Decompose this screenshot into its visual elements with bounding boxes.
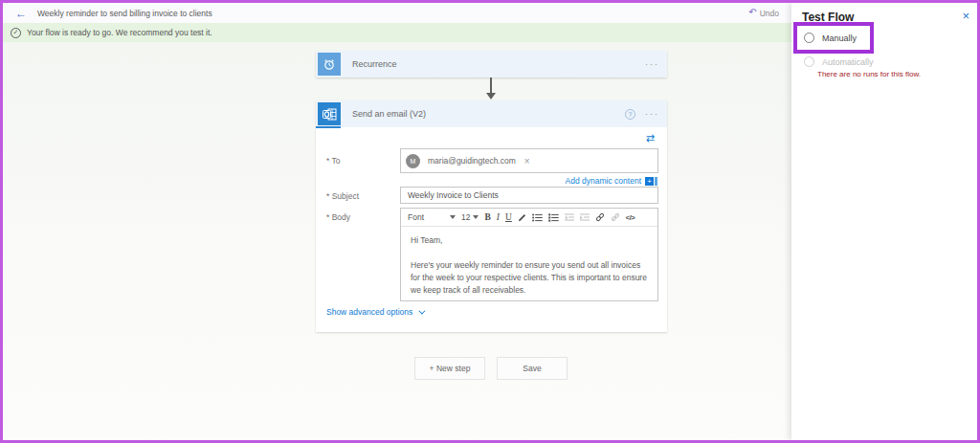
underline-button[interactable]: U <box>505 212 512 222</box>
font-size-dropdown[interactable]: 12 <box>461 212 479 222</box>
flow-title: Weekly reminder to send billing invoice … <box>37 9 748 18</box>
no-runs-message: There are no runs for this flow. <box>817 70 921 78</box>
recurrence-card-title: Recurrence <box>352 59 645 69</box>
manual-option-highlight: Manually <box>793 22 874 54</box>
connector-arrow-icon <box>486 93 496 100</box>
unlink-icon[interactable] <box>611 212 620 222</box>
help-icon[interactable]: ? <box>625 109 635 120</box>
recurrence-card[interactable]: Recurrence ··· <box>316 51 667 78</box>
undo-button[interactable]: ↶ Undo <box>748 9 779 18</box>
to-input[interactable]: M maria@guidingtech.com × <box>400 148 658 173</box>
font-family-dropdown[interactable]: Font <box>408 212 456 222</box>
chevron-down-icon <box>450 215 456 219</box>
test-flow-panel: Test Flow × Manually Automatically There… <box>791 3 977 440</box>
recurrence-card-header[interactable]: Recurrence ··· <box>316 51 667 78</box>
top-bar: ← Weekly reminder to send billing invoic… <box>3 3 791 23</box>
selected-tab-indicator <box>316 126 341 128</box>
rich-text-toolbar: Font 12 B I U <box>401 209 657 227</box>
save-button[interactable]: Save <box>497 357 568 380</box>
show-advanced-options-link[interactable]: Show advanced options <box>326 307 423 317</box>
bold-button[interactable]: B <box>484 212 490 222</box>
back-arrow-icon[interactable]: ← <box>15 8 27 19</box>
editor-area: ← Weekly reminder to send billing invoic… <box>3 3 791 440</box>
send-email-menu-button[interactable]: ··· <box>645 109 659 119</box>
flow-canvas: Recurrence ··· Send an e <box>3 42 791 440</box>
to-field-label: * To <box>326 156 341 166</box>
body-field-label: * Body <box>326 212 350 222</box>
app-window: ← Weekly reminder to send billing invoic… <box>0 0 980 443</box>
recipient-email: maria@guidingtech.com <box>428 156 516 166</box>
manually-label: Manually <box>822 33 857 43</box>
undo-icon: ↶ <box>748 8 756 17</box>
dynamic-content-icon: + <box>645 177 657 186</box>
link-icon[interactable] <box>595 212 605 222</box>
recipient-chip[interactable]: M maria@guidingtech.com × <box>406 154 530 168</box>
email-body-text[interactable]: Hi Team, Here's your weekly reminder to … <box>401 227 657 304</box>
checkmark-icon: ✓ <box>11 28 21 38</box>
send-email-card: Send an email (V2) ? ··· ⇄ * To M maria@… <box>316 100 667 332</box>
add-dynamic-content-label: Add dynamic content <box>566 176 641 186</box>
italic-button[interactable]: I <box>497 212 500 222</box>
automatically-label: Automatically <box>822 57 874 67</box>
success-message: Your flow is ready to go. We recommend y… <box>27 28 212 37</box>
success-banner: ✓ Your flow is ready to go. We recommend… <box>3 23 791 42</box>
subject-input[interactable]: Weekly Invoice to Clients <box>400 187 658 204</box>
body-paragraph: Here's your weekly reminder to ensure yo… <box>411 259 648 297</box>
subject-field-label: * Subject <box>326 191 359 201</box>
numbered-list-icon[interactable] <box>548 213 559 222</box>
remove-recipient-icon[interactable]: × <box>524 156 530 166</box>
switch-input-mode-icon[interactable]: ⇄ <box>646 133 655 144</box>
chevron-down-icon <box>473 215 479 219</box>
body-greeting: Hi Team, <box>411 234 648 247</box>
recipient-avatar: M <box>406 154 420 168</box>
code-view-button[interactable]: </> <box>626 213 635 222</box>
recurrence-clock-icon <box>318 53 341 76</box>
outlook-icon <box>318 102 341 125</box>
bullet-list-icon[interactable] <box>532 213 543 222</box>
manually-radio-button[interactable] <box>804 33 814 43</box>
indent-icon[interactable] <box>580 213 590 222</box>
connector-line <box>490 78 492 94</box>
subject-value: Weekly Invoice to Clients <box>408 190 499 200</box>
send-email-card-header[interactable]: Send an email (V2) ? ··· <box>316 100 667 127</box>
test-manually-option[interactable]: Manually <box>804 33 857 43</box>
close-icon[interactable]: × <box>962 10 969 22</box>
send-email-card-title: Send an email (V2) <box>352 109 625 119</box>
add-dynamic-content-link[interactable]: Add dynamic content + <box>566 176 657 186</box>
body-editor[interactable]: Font 12 B I U <box>400 208 658 301</box>
new-step-button[interactable]: + New step <box>414 357 485 380</box>
chevron-down-icon <box>419 307 426 314</box>
undo-label: Undo <box>760 9 779 18</box>
font-color-pen-icon[interactable] <box>518 213 526 222</box>
test-automatically-option[interactable]: Automatically <box>804 56 874 67</box>
outdent-icon[interactable] <box>565 213 574 222</box>
recurrence-menu-button[interactable]: ··· <box>645 59 659 69</box>
automatically-radio-button[interactable] <box>804 56 814 67</box>
